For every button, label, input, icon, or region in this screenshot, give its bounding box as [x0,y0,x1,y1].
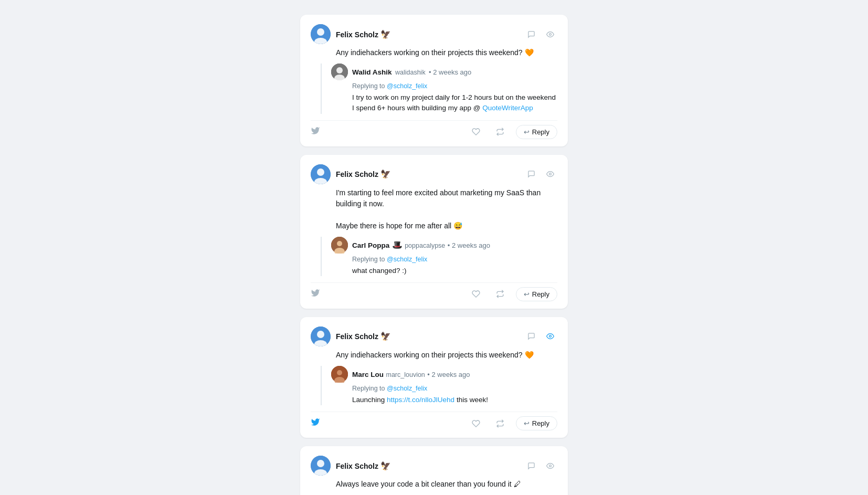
footer-right-2: ↩ Reply [468,287,557,301]
author-info-3: Felix Scholz 🦅 [336,331,391,341]
tweet-header: Felix Scholz 🦅 [311,24,557,44]
like-button-3[interactable] [468,417,484,430]
svg-point-3 [549,33,551,35]
comment-icon-btn[interactable] [524,27,538,41]
replying-to-link-3[interactable]: @scholz_felix [387,385,427,392]
svg-point-17 [549,335,551,338]
reply-header: Walid Ashik walidashik • 2 weeks ago [331,64,557,80]
card-footer-2: ↩ Reply [311,282,557,301]
reply-body-3: Launching https://t.co/nlloJlUehd this w… [352,395,557,405]
reply-header-3: Marc Lou marc_louvion • 2 weeks ago [331,366,557,383]
reply-header-2: Carl Poppa 🎩 poppacalypse • 2 weeks ago [331,237,557,254]
tweet-text: Any indiehackers working on their projec… [311,47,557,58]
replying-to-2: Replying to @scholz_felix [352,256,557,263]
eye-icon-btn-2[interactable] [543,167,557,182]
tweet-header-left-3: Felix Scholz 🦅 [311,327,391,346]
svg-point-8 [317,168,324,176]
tweet-text-4: Always leave your code a bit cleaner tha… [311,479,557,490]
tweet-header-2: Felix Scholz 🦅 [311,164,557,184]
card-footer: ↩ Reply [311,120,557,139]
author-info-4: Felix Scholz 🦅 [336,461,391,471]
eye-icon-btn-3[interactable] [543,329,557,344]
footer-left-3 [311,417,320,429]
svg-point-15 [317,331,324,338]
reply-icon-3: ↩ [524,419,530,427]
reply-avatar-marc [331,366,348,383]
author-name-4: Felix Scholz [336,462,378,470]
reply-label-2: Reply [532,290,549,298]
comment-icon-btn-4[interactable] [524,458,538,473]
reply-thread-2: Carl Poppa 🎩 poppacalypse • 2 weeks ago … [321,237,557,276]
header-icons-2 [524,167,557,182]
author-name-3: Felix Scholz [336,332,378,341]
tweet-header-4: Felix Scholz 🦅 [311,456,557,476]
eye-icon-btn-4[interactable] [543,458,557,473]
reply-author-row-2: Carl Poppa 🎩 poppacalypse • 2 weeks ago [352,240,490,250]
reply-icon: ↩ [524,128,530,136]
reply-thread-3: Marc Lou marc_louvion • 2 weeks ago Repl… [321,366,557,405]
replying-to-3: Replying to @scholz_felix [352,385,557,392]
header-icons [524,27,557,41]
avatar-felix-2 [311,164,331,184]
tweet-text-3: Any indiehackers working on their projec… [311,350,557,361]
avatar-felix-3 [311,327,331,346]
avatar-felix-1 [311,24,331,44]
like-button[interactable] [468,125,484,138]
retweet-button-3[interactable] [492,417,509,430]
eye-icon-btn[interactable] [543,27,557,41]
author-emoji-4: 🦅 [380,461,391,470]
author-emoji: 🦅 [380,30,391,39]
tweet-card-3: Felix Scholz 🦅 Any indiehackers working … [300,317,568,438]
reply-label: Reply [532,128,549,136]
reply-time: • 2 weeks ago [429,68,471,76]
svg-point-24 [549,465,551,467]
tweet-card: Felix Scholz 🦅 Any indiehackers working … [300,15,568,146]
reply-button-2[interactable]: ↩ Reply [516,287,557,301]
author-info-2: Felix Scholz 🦅 [336,169,391,179]
replying-to-link-2[interactable]: @scholz_felix [387,256,427,263]
replying-to-link[interactable]: @scholz_felix [387,82,427,90]
reply-thread: Walid Ashik walidashik • 2 weeks ago Rep… [321,64,557,114]
tweet-header-left-2: Felix Scholz 🦅 [311,164,391,184]
twitter-bird-icon-2 [311,288,320,300]
author-name: Felix Scholz [336,30,378,39]
reply-avatar-carl [331,237,348,254]
svg-point-19 [337,370,342,375]
tweet-header-3: Felix Scholz 🦅 [311,327,557,346]
retweet-button[interactable] [492,125,509,138]
author-info: Felix Scholz 🦅 [336,29,391,39]
reply-body-2: what changed? :) [352,266,557,276]
comment-icon-btn-2[interactable] [524,167,538,182]
tweet-card-4: Felix Scholz 🦅 Always leave your code a … [300,446,568,495]
reply-time-3: • 2 weeks ago [427,371,470,378]
author-name-2: Felix Scholz [336,170,378,178]
card-footer-3: ↩ Reply [311,412,557,430]
tweet-header-left-4: Felix Scholz 🦅 [311,456,391,476]
svg-point-10 [549,173,551,175]
reply-meta-3: Marc Lou marc_louvion • 2 weeks ago [352,370,470,379]
svg-point-1 [317,28,324,36]
svg-point-22 [317,460,324,467]
reply-avatar-walid [331,64,348,80]
reply-body: I try to work on my project daily for 1-… [352,92,557,114]
avatar-felix-4 [311,456,331,476]
comment-icon-btn-3[interactable] [524,329,538,344]
author-emoji-3: 🦅 [380,332,391,341]
reply-time-2: • 2 weeks ago [448,241,490,249]
svg-point-5 [336,67,343,73]
reply-link-3[interactable]: https://t.co/nlloJlUehd [387,396,454,404]
footer-left [311,126,320,138]
tweet-text-2: I'm starting to feel more excited about … [311,187,557,231]
header-icons-4 [524,458,557,473]
footer-right: ↩ Reply [468,125,557,139]
reply-button-1[interactable]: ↩ Reply [516,125,557,139]
tweet-card-2: Felix Scholz 🦅 I'm starting to feel more… [300,155,568,309]
reply-icon-2: ↩ [524,290,530,298]
footer-left-2 [311,288,320,300]
svg-point-12 [337,241,342,246]
reply-button-3[interactable]: ↩ Reply [516,416,557,430]
retweet-button-2[interactable] [492,288,509,300]
reply-link[interactable]: QuoteWriterApp [482,104,533,112]
like-button-2[interactable] [468,288,484,300]
replying-to: Replying to @scholz_felix [352,82,557,90]
